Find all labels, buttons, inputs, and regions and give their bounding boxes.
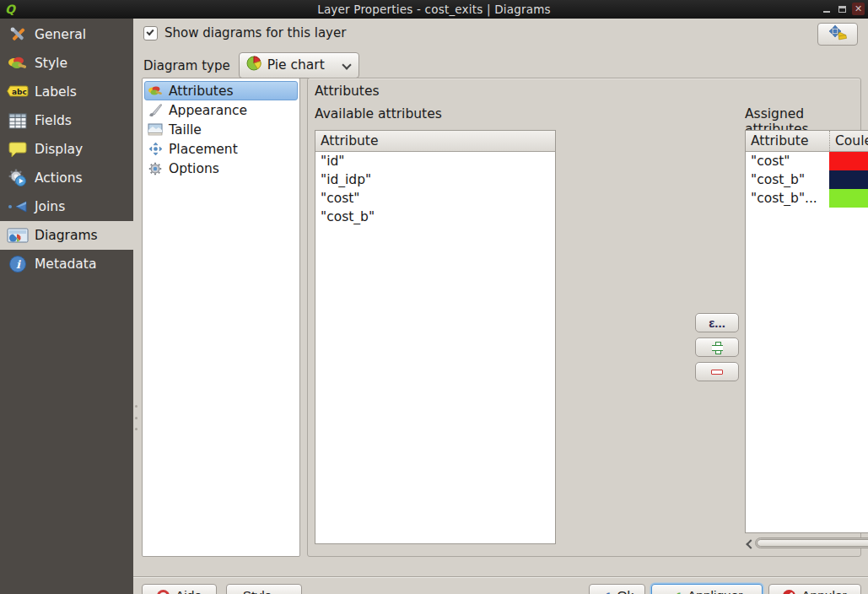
footer-divider xyxy=(133,576,868,578)
metadata-info-icon: i xyxy=(6,254,30,274)
window-title: Layer Properties - cost_exits | Diagrams xyxy=(0,3,868,16)
available-row-id[interactable]: "id" xyxy=(315,152,555,170)
help-icon xyxy=(157,590,170,594)
apply-button[interactable]: ✔ Appliquer xyxy=(651,584,763,594)
available-row-cost[interactable]: "cost" xyxy=(315,189,555,208)
pie-chart-icon xyxy=(246,56,261,74)
sidebar: General Style abc Labels Fields Display xyxy=(0,19,133,594)
attributes-icon xyxy=(147,84,164,98)
diagram-section-list: Attributes Appearance Taille Placement O… xyxy=(142,78,300,557)
diagram-type-label: Diagram type xyxy=(143,58,230,73)
assigned-row-cost[interactable]: "cost" cost xyxy=(746,152,868,170)
diagram-type-value: Pie chart xyxy=(267,57,325,73)
available-attributes-table: Attribute "id" "id_idp" "cost" "cost_b" xyxy=(315,130,556,544)
available-row-id-idp[interactable]: "id_idp" xyxy=(315,170,555,189)
qgis-logo-icon: Q xyxy=(5,3,19,16)
color-swatch[interactable] xyxy=(829,152,868,170)
diagrams-chart-icon xyxy=(6,225,30,246)
labels-abc-icon: abc xyxy=(6,82,30,102)
style-brush-icon xyxy=(6,53,30,73)
assigned-attributes-table: Attribute Couleur Legend "cost" cost "co… xyxy=(745,130,868,533)
style-dropdown-button[interactable]: Style xyxy=(226,584,302,594)
actions-gear-icon xyxy=(6,168,30,188)
diagram-type-select[interactable]: Pie chart xyxy=(239,52,359,78)
minus-icon xyxy=(711,370,723,375)
sidebar-item-display[interactable]: Display xyxy=(0,135,133,164)
assigned-row-cost-b[interactable]: "cost_b" cost_b xyxy=(746,170,868,189)
cancel-icon xyxy=(783,590,795,594)
scroll-left-icon[interactable] xyxy=(745,539,753,548)
section-item-placement[interactable]: Placement xyxy=(144,139,298,159)
diagram-type-row: Diagram type Pie chart xyxy=(143,52,359,78)
groupbox-title: Attributes xyxy=(315,84,380,99)
show-diagrams-row: Show diagrams for this layer xyxy=(143,25,346,40)
svg-text:abc: abc xyxy=(12,88,27,96)
assigned-row-cost-b-expr[interactable]: "cost_b"... "cost_b". xyxy=(746,189,868,208)
sidebar-item-style[interactable]: Style xyxy=(0,49,133,78)
sidebar-item-actions[interactable]: Actions xyxy=(0,164,133,192)
scrollbar-thumb[interactable] xyxy=(757,539,868,547)
color-swatch[interactable] xyxy=(829,189,868,208)
sidebar-item-diagrams[interactable]: Diagrams xyxy=(0,221,133,250)
joins-arrow-icon xyxy=(6,197,30,217)
available-row-cost-b[interactable]: "cost_b" xyxy=(315,208,555,226)
section-item-appearance[interactable]: Appearance xyxy=(144,100,298,120)
available-attributes-label: Available attributes xyxy=(315,106,442,122)
splitter-handle[interactable] xyxy=(134,405,138,430)
assigned-table-hscrollbar[interactable] xyxy=(745,537,868,549)
assigned-table-header[interactable]: Attribute Couleur Legend xyxy=(746,131,868,152)
scrollbar-track[interactable] xyxy=(755,537,868,548)
color-swatch[interactable] xyxy=(829,170,868,189)
show-diagrams-label: Show diagrams for this layer xyxy=(164,25,346,40)
sidebar-item-joins[interactable]: Joins xyxy=(0,192,133,221)
cancel-button[interactable]: Annuler xyxy=(768,584,861,594)
apply-check-icon: ✔ xyxy=(671,590,682,594)
appearance-brush-icon xyxy=(147,103,164,117)
expression-button[interactable]: ε... xyxy=(695,313,739,332)
add-attribute-button[interactable] xyxy=(695,338,739,357)
placement-arrows-icon xyxy=(147,142,164,156)
chevron-down-icon xyxy=(342,62,350,69)
sidebar-item-general[interactable]: General xyxy=(0,20,133,49)
close-icon[interactable]: ✕ xyxy=(852,3,865,15)
remove-attribute-button[interactable] xyxy=(695,362,739,381)
section-item-taille[interactable]: Taille xyxy=(144,120,298,139)
plus-icon xyxy=(712,342,723,353)
sidebar-item-labels[interactable]: abc Labels xyxy=(0,78,133,106)
maximize-icon[interactable] xyxy=(836,3,849,15)
diagrams-page: Show diagrams for this layer Diagram typ… xyxy=(133,19,868,594)
title-bar: Q Layer Properties - cost_exits | Diagra… xyxy=(0,0,868,19)
sidebar-item-metadata[interactable]: i Metadata xyxy=(0,250,133,278)
help-button[interactable]: Aide xyxy=(142,584,217,594)
general-tools-icon xyxy=(6,24,30,45)
ok-check-icon: ✔ xyxy=(601,590,612,594)
display-bubble-icon xyxy=(6,139,30,159)
minimize-icon[interactable] xyxy=(820,3,833,15)
show-diagrams-checkbox[interactable] xyxy=(143,26,158,40)
section-item-options[interactable]: Options xyxy=(144,159,298,178)
section-item-attributes[interactable]: Attributes xyxy=(144,81,298,100)
attributes-groupbox: Attributes Available attributes Assigned… xyxy=(307,78,861,557)
data-defined-position-button[interactable] xyxy=(817,23,858,46)
options-gear-icon xyxy=(147,161,164,176)
move-expression-icon xyxy=(828,24,848,45)
fields-table-icon xyxy=(6,111,30,131)
size-image-icon xyxy=(147,122,164,137)
ok-button[interactable]: ✔ Ok xyxy=(589,584,645,594)
sidebar-item-fields[interactable]: Fields xyxy=(0,106,133,135)
available-table-header[interactable]: Attribute xyxy=(315,131,555,152)
